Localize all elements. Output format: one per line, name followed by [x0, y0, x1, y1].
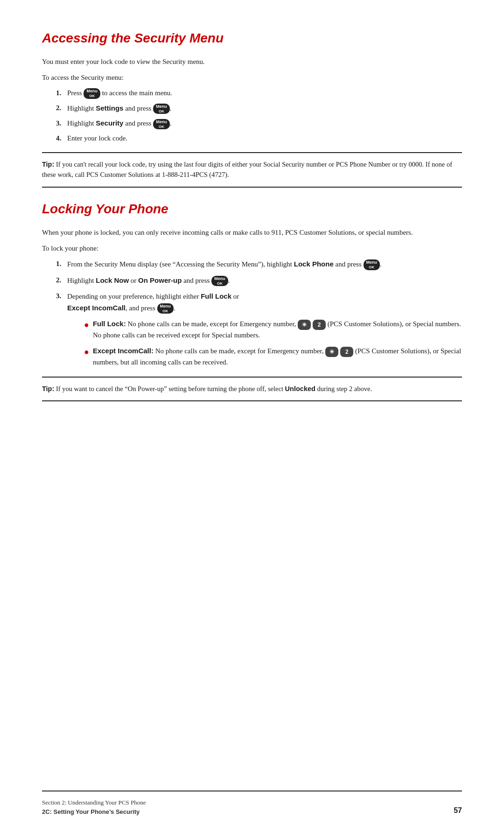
section1-to-access: To access the Security menu:	[42, 72, 462, 83]
menu-ok-btn-4: Menu OK	[364, 259, 380, 270]
step-2-text: Highlight Settings and press Menu OK .	[67, 103, 171, 114]
two-key-1: 2	[313, 320, 326, 330]
full-lock-term: Full Lock:	[93, 320, 126, 328]
tip2-label: Tip:	[42, 385, 54, 392]
section2-title: Locking Your Phone	[42, 199, 462, 219]
lock-step-3-text: Depending on your preference, highlight …	[67, 291, 239, 314]
bullet-dot-1: ●	[84, 319, 89, 332]
step-4: 4. Enter your lock code.	[56, 133, 462, 144]
step-1: 1. Press Menu OK to access the main menu…	[56, 88, 462, 99]
menu-ok-btn-2: Menu OK	[153, 104, 170, 114]
menu-ok-btn-6: Menu OK	[157, 303, 174, 314]
lock-step-3: 3. Depending on your preference, highlig…	[56, 291, 462, 368]
lock-now-bold: Lock Now	[96, 276, 129, 284]
tip2-text: If you want to cancel the “On Power-up” …	[56, 385, 372, 392]
lock-step-2: 2. Highlight Lock Now or On Power-up and…	[56, 275, 462, 287]
section1-title: Accessing the Security Menu	[42, 28, 462, 48]
footer-line2: 2C: Setting Your Phone’s Security	[42, 807, 146, 817]
tip1-text: If you can't recall your lock code, try …	[42, 161, 452, 178]
step-4-text: Enter your lock code.	[67, 133, 127, 144]
step-1-num: 1.	[56, 88, 64, 98]
lock-step-1-text: From the Security Menu display (see “Acc…	[67, 259, 382, 270]
tip-box-2: Tip: If you want to cancel the “On Power…	[42, 377, 462, 402]
except-incomcall-term: Except IncomCall:	[93, 347, 154, 355]
footer-left: Section 2: Understanding Your PCS Phone …	[42, 798, 146, 817]
lock-phone-bold: Lock Phone	[294, 260, 334, 268]
lock-step-3-num: 3.	[56, 291, 64, 301]
security-bold: Security	[96, 119, 123, 127]
lock-step-2-row: 2. Highlight Lock Now or On Power-up and…	[56, 275, 462, 287]
lock-step-1: 1. From the Security Menu display (see “…	[56, 259, 462, 270]
on-powerup-bold: On Power-up	[138, 276, 182, 284]
bullet-list: ● Full Lock: No phone calls can be made,…	[84, 318, 462, 368]
bullet-full-lock: ● Full Lock: No phone calls can be made,…	[84, 318, 462, 341]
tip1-label: Tip:	[42, 161, 54, 168]
step-2: 2. Highlight Settings and press Menu OK …	[56, 103, 462, 114]
step-1-text: Press Menu OK to access the main menu.	[67, 88, 172, 99]
footer: Section 2: Understanding Your PCS Phone …	[42, 791, 462, 817]
star-key-1: ✳	[298, 320, 311, 330]
section2-to-lock: To lock your phone:	[42, 243, 462, 254]
bullet-dot-2: ●	[84, 346, 89, 359]
lock-step-3-row: 3. Depending on your preference, highlig…	[56, 291, 462, 314]
lock-step-2-text: Highlight Lock Now or On Power-up and pr…	[67, 275, 230, 287]
lock-step-2-num: 2.	[56, 275, 64, 286]
step-3-num: 3.	[56, 118, 64, 129]
bullet-except-incomcall-text: Except IncomCall: No phone calls can be …	[93, 345, 462, 368]
menu-ok-btn-3: Menu OK	[153, 119, 170, 129]
tip-box-1: Tip: If you can't recall your lock code,…	[42, 152, 462, 188]
main-content: Accessing the Security Menu You must ent…	[42, 28, 462, 401]
step-4-num: 4.	[56, 133, 64, 144]
section2-intro: When your phone is locked, you can only …	[42, 227, 462, 238]
step-3-text: Highlight Security and press Menu OK .	[67, 118, 171, 129]
footer-line1: Section 2: Understanding Your PCS Phone	[42, 798, 146, 807]
bullet-full-lock-text: Full Lock: No phone calls can be made, e…	[93, 318, 462, 341]
step-2-num: 2.	[56, 103, 64, 113]
full-lock-bold: Full Lock	[201, 292, 231, 300]
unlocked-bold: Unlocked	[285, 385, 315, 392]
section-accessing-security: Accessing the Security Menu You must ent…	[42, 28, 462, 188]
section1-intro: You must enter your lock code to view th…	[42, 56, 462, 67]
menu-ok-btn-5: Menu OK	[211, 276, 228, 286]
settings-bold: Settings	[96, 104, 123, 112]
footer-page-num: 57	[454, 805, 462, 817]
section2-steps: 1. From the Security Menu display (see “…	[56, 259, 462, 368]
star-key-2: ✳	[325, 347, 338, 357]
lock-step-1-num: 1.	[56, 259, 64, 269]
two-key-2: 2	[340, 347, 353, 357]
except-incomcall-bold: Except IncomCall	[67, 304, 126, 312]
lock-step-1-row: 1. From the Security Menu display (see “…	[56, 259, 462, 270]
menu-ok-btn-1: Menu OK	[84, 88, 100, 98]
step-3: 3. Highlight Security and press Menu OK …	[56, 118, 462, 129]
bullet-except-incomcall: ● Except IncomCall: No phone calls can b…	[84, 345, 462, 368]
section1-steps: 1. Press Menu OK to access the main menu…	[56, 88, 462, 144]
section-locking-phone: Locking Your Phone When your phone is lo…	[42, 199, 462, 401]
